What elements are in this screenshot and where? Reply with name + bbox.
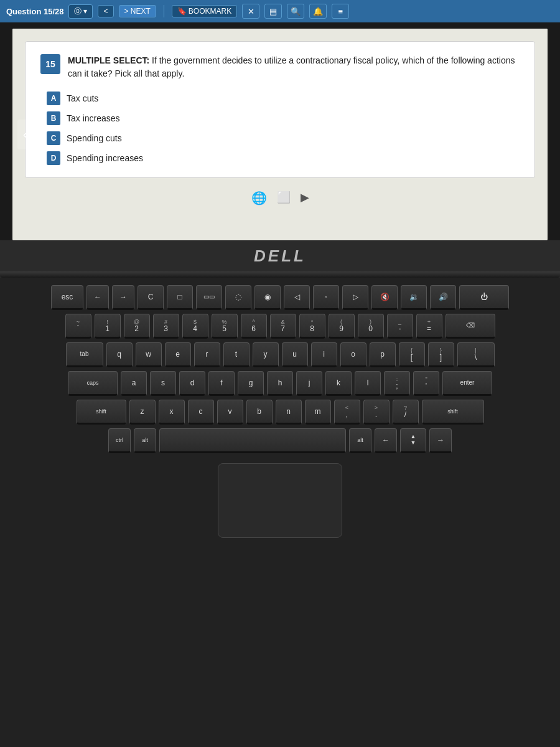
key-prev[interactable]: ◁ — [284, 285, 310, 310]
square-icon: ⬜ — [277, 190, 291, 205]
key-d[interactable]: d — [179, 371, 205, 396]
key-ctrl-left[interactable]: ctrl — [108, 428, 131, 453]
key-back-arrow[interactable]: ← — [86, 285, 109, 310]
option-b[interactable]: B Tax increases — [47, 111, 520, 125]
search-button[interactable]: 🔍 — [287, 4, 304, 19]
key-b[interactable]: b — [246, 400, 273, 425]
key-x[interactable]: x — [159, 400, 185, 425]
key-shift-left[interactable]: shift — [77, 400, 126, 425]
left-nav-arrow[interactable]: ‹ — [17, 120, 32, 149]
key-v[interactable]: v — [217, 400, 243, 425]
key-equals[interactable]: += — [416, 314, 442, 339]
play-icon: ▶ — [301, 190, 309, 205]
key-vol-dn[interactable]: 🔉 — [401, 285, 427, 310]
key-j[interactable]: j — [296, 371, 322, 396]
key-backslash[interactable]: |\ — [457, 342, 495, 367]
key-alt-right[interactable]: alt — [349, 428, 371, 453]
key-bracket-close[interactable]: }] — [428, 342, 454, 367]
search-icon: 🔍 — [291, 7, 301, 16]
key-n[interactable]: n — [276, 400, 302, 425]
key-w[interactable]: w — [136, 342, 162, 367]
touchpad[interactable] — [218, 463, 342, 538]
key-0[interactable]: )0 — [358, 314, 384, 339]
key-2[interactable]: @2 — [124, 314, 150, 339]
option-c[interactable]: C Spending cuts — [47, 131, 520, 145]
key-l[interactable]: l — [355, 371, 381, 396]
key-s[interactable]: s — [150, 371, 176, 396]
key-y[interactable]: y — [253, 342, 279, 367]
key-tab[interactable]: tab — [66, 342, 103, 367]
key-fwd-arrow[interactable]: → — [112, 285, 134, 310]
key-8[interactable]: *8 — [299, 314, 325, 339]
key-5[interactable]: %5 — [212, 314, 238, 339]
key-backspace[interactable]: ⌫ — [446, 314, 495, 339]
key-capslock[interactable]: caps — [68, 371, 118, 396]
key-multiwindow[interactable]: ▭▭ — [196, 285, 222, 310]
key-i[interactable]: i — [311, 342, 337, 367]
key-z[interactable]: z — [129, 400, 156, 425]
option-a[interactable]: A Tax cuts — [47, 92, 520, 105]
option-d[interactable]: D Spending increases — [47, 151, 520, 165]
key-minus[interactable]: _- — [387, 314, 413, 339]
key-tilde[interactable]: ~` — [65, 314, 91, 339]
key-comma[interactable]: <, — [334, 400, 360, 425]
key-e[interactable]: e — [165, 342, 191, 367]
key-brightness-up[interactable]: ◌ — [225, 285, 251, 310]
question-number-badge: 15 — [40, 54, 60, 74]
key-6[interactable]: ^6 — [241, 314, 267, 339]
key-brightness-dn[interactable]: ◉ — [254, 285, 281, 310]
key-quote[interactable]: "' — [413, 371, 439, 396]
question-card: 15 MULTIPLE SELECT: If the government de… — [25, 41, 535, 178]
key-1[interactable]: !1 — [95, 314, 121, 339]
menu-button[interactable]: ≡ — [332, 4, 349, 19]
key-t[interactable]: t — [223, 342, 250, 367]
key-g[interactable]: g — [238, 371, 264, 396]
key-period[interactable]: >. — [363, 400, 390, 425]
keyboard-row-bottom: ctrl alt alt ← ▲ ▼ → — [108, 428, 452, 453]
key-9[interactable]: (9 — [329, 314, 355, 339]
key-c[interactable]: c — [188, 400, 214, 425]
key-m[interactable]: m — [305, 400, 331, 425]
close-button[interactable]: ✕ — [242, 4, 259, 19]
grid-button[interactable]: ▤ — [264, 4, 282, 19]
key-power[interactable]: ⏻ — [459, 285, 509, 310]
key-mute[interactable]: 🔇 — [371, 285, 398, 310]
key-shift-right[interactable]: shift — [422, 400, 484, 425]
key-playpause[interactable]: ◦ — [313, 285, 339, 310]
key-alt-left[interactable]: alt — [134, 428, 156, 453]
keyboard-row-numbers: ~` !1 @2 #3 $4 %5 ^6 &7 *8 (9 )0 _- += ⌫ — [65, 314, 495, 339]
key-h[interactable]: h — [267, 371, 293, 396]
key-7[interactable]: &7 — [270, 314, 296, 339]
dell-logo: DELL — [254, 247, 306, 266]
key-arrow-left[interactable]: ← — [375, 428, 397, 453]
key-semicolon[interactable]: :; — [384, 371, 410, 396]
key-a[interactable]: a — [121, 371, 147, 396]
key-esc[interactable]: esc — [51, 285, 83, 310]
key-f[interactable]: f — [208, 371, 235, 396]
keyboard-row-fn: esc ← → C □ ▭▭ ◌ ◉ ◁ ◦ ▷ 🔇 🔉 🔊 ⏻ — [51, 285, 509, 310]
bookmark-button[interactable]: 🔖 BOOKMARK — [172, 5, 237, 17]
question-counter: Question 15/28 — [6, 7, 63, 16]
key-enter[interactable]: enter — [442, 371, 492, 396]
key-arrow-up-down[interactable]: ▲ ▼ — [400, 428, 426, 453]
key-square-fn[interactable]: □ — [167, 285, 193, 310]
key-c-fn[interactable]: C — [138, 285, 164, 310]
back-button[interactable]: < — [98, 5, 113, 17]
key-3[interactable]: #3 — [153, 314, 179, 339]
key-arrow-right[interactable]: → — [429, 428, 452, 453]
key-vol-up[interactable]: 🔊 — [430, 285, 456, 310]
key-r[interactable]: r — [194, 342, 220, 367]
next-button[interactable]: > NEXT — [119, 5, 156, 17]
key-4[interactable]: $4 — [182, 314, 208, 339]
key-next[interactable]: ▷ — [342, 285, 368, 310]
key-u[interactable]: u — [282, 342, 308, 367]
key-p[interactable]: p — [370, 342, 396, 367]
key-o[interactable]: o — [340, 342, 366, 367]
flag-button[interactable]: ⓪▾ — [68, 4, 93, 19]
key-q[interactable]: q — [106, 342, 133, 367]
key-slash[interactable]: ?/ — [393, 400, 419, 425]
key-space[interactable] — [159, 428, 346, 453]
key-bracket-open[interactable]: {[ — [399, 342, 425, 367]
alert-button[interactable]: 🔔 — [309, 4, 327, 19]
key-k[interactable]: k — [325, 371, 352, 396]
